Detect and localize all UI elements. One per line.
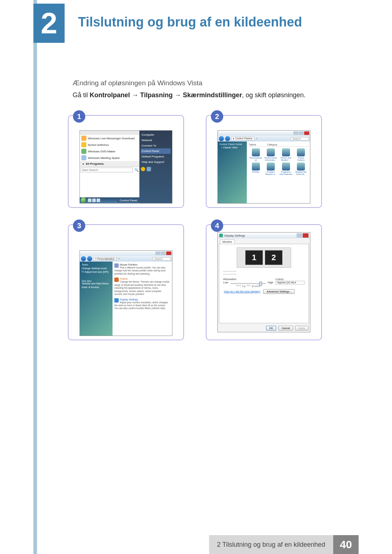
side-link[interactable]: Taskbar and Start Menu [82,282,111,285]
window-title: Display Settings [224,234,245,237]
cp-icon[interactable]: Power Options [294,148,308,161]
quicklaunch[interactable] [88,198,100,202]
search-input[interactable]: Search [291,137,309,140]
minimize-icon[interactable] [297,233,302,238]
search-icon: 🔍 [134,168,139,172]
minimize-icon[interactable] [155,251,160,255]
right-item[interactable]: Default Programs [141,154,171,159]
pers-main: Mouse Pointers Pick a different mouse po… [113,262,172,336]
advanced-settings-button[interactable]: Advanced Settings... [263,289,295,294]
cp-icon[interactable]: Performance Informatio... [264,148,278,161]
tasks-heading: Tasks [82,263,111,266]
apply-button[interactable]: Apply [295,326,309,331]
mouse-section[interactable]: Mouse Pointers Pick a different mouse po… [114,263,170,275]
instruction-text: Gå til Kontrolpanel → Tilpasning → Skærm… [73,91,306,99]
menu-item[interactable]: Windows Live Messenger Download [80,135,139,141]
sec-d: Pick a different mouse pointer. You can … [114,266,170,275]
right-item[interactable]: Computer [141,132,171,138]
cp-icon[interactable]: Phone and Modem ... [279,148,293,161]
forward-icon[interactable] [225,136,230,141]
display-section[interactable]: Display Settings Adjust your monitor res… [114,298,170,310]
screenshot-display-settings: Display Settings Monitor 1 2 ***********… [217,232,310,332]
cp-classic-link[interactable]: • Classic View [221,146,245,149]
ok-button[interactable]: OK [266,326,277,331]
monitor-1[interactable]: 1 [245,250,263,265]
see-also-heading: See also [82,280,111,282]
start-search[interactable]: 🔍 [80,167,139,173]
screenshot-grid: 1 Windows Live Messenger Download Norton… [68,115,322,340]
instr-b2: Tilpasning [140,91,173,99]
right-item-controlpanel[interactable]: Control Panel [141,148,171,154]
cp-icon[interactable]: Personalizati on [249,148,263,161]
best-display-link[interactable]: How do I get the best display? [221,288,263,295]
power-icon[interactable] [141,167,145,171]
lock-icon[interactable] [147,167,151,171]
right-item[interactable]: Help and Support [141,159,171,165]
theme-icon [114,278,119,282]
placeholder-text: *********** [223,271,305,273]
badge-2: 2 [211,110,223,123]
close-icon[interactable] [303,233,309,238]
minimize-icon[interactable] [293,131,298,135]
side-link[interactable]: Change desktop icons [82,267,111,270]
sec-d: Adjust your monitor resolution, which ch… [114,301,170,310]
theme-section[interactable]: Theme Change the theme. Themes can chang… [114,278,170,296]
close-icon[interactable] [166,251,171,255]
back-icon[interactable] [219,136,224,141]
all-programs-label: All Programs [86,162,104,165]
window-titlebar: Display Settings [218,233,310,238]
screenshot-control-panel: ▸ Control Panel ▸ ▾ Search Control Panel… [217,130,310,204]
cp-icon[interactable]: Printers [249,163,263,175]
crumb-arrow: ▸ [251,137,253,140]
breadcrumb[interactable]: ▸ Control Panel ▸ [231,137,254,140]
close-icon[interactable] [304,131,309,135]
cp-icon[interactable]: Problem Reports a... [264,163,278,175]
screenshot-card-2: 2 ▸ Control Panel ▸ ▾ Search Control Pan… [206,115,322,208]
resolution-slider[interactable] [230,281,266,284]
arrow-1: → [130,91,140,99]
nav-bar: ▸ Control Panel ▸ ▾ Search [218,136,310,141]
menu-item[interactable]: Windows Meeting Space [80,155,139,161]
cp-home-link[interactable]: Control Panel Home [219,143,245,145]
monitor-preview[interactable]: 1 2 [237,247,291,268]
search-input[interactable]: Search [153,257,171,260]
taskbar-button[interactable]: Control Panel [118,198,139,202]
forward-icon[interactable] [87,256,92,261]
cp-icon[interactable]: Programs and Features [279,163,293,175]
maximize-icon[interactable] [161,251,166,255]
page-number: 40 [333,535,359,554]
nav-bar: « Personalization ▾ Search [80,256,172,262]
maximize-icon[interactable] [299,131,304,135]
menu-item[interactable]: Norton AntiVirus [80,141,139,148]
back-icon[interactable] [81,256,86,261]
crumb-text: Control Panel [235,137,250,140]
side-link[interactable]: 🛡 Adjust font size (DPI) [82,271,111,273]
all-programs[interactable]: ▸All Programs [80,161,139,167]
menu-label: Norton AntiVirus [88,143,109,147]
crumb-arrow: ▸ [233,137,234,140]
screenshot-card-1: 1 Windows Live Messenger Download Norton… [68,115,184,208]
colors-select[interactable]: Highest (32 bit) ▾ [275,281,305,284]
screenshot-card-3: 3 « Personalization ▾ Search Tasks Chang… [68,224,184,340]
cp-icon-area: NameCategory Personalizati on Performanc… [247,141,310,203]
monitor-2[interactable]: 2 [265,250,282,265]
cp-icon[interactable]: Realtek HD Audio M... [294,163,308,175]
menu-item[interactable]: Windows DVD Maker [80,148,139,155]
right-item[interactable]: Network [141,138,171,143]
tab-bar: Monitor [218,238,310,244]
col-category: Category [267,143,277,146]
taskbar[interactable]: Control Panel [80,197,139,203]
search-input[interactable] [81,168,133,172]
tab-monitor[interactable]: Monitor [220,239,235,244]
breadcrumb[interactable]: « Personalization [93,257,117,260]
screenshot-card-4: 4 Display Settings Monitor 1 2 *********… [206,224,322,340]
cancel-button[interactable]: Cancel [278,326,293,331]
display-icon [219,234,223,237]
side-link[interactable]: Ease of Access [82,286,111,288]
menu-label: Windows Meeting Space [88,156,120,160]
start-orb-icon[interactable] [81,197,86,203]
screenshot-personalization: « Personalization ▾ Search Tasks Change … [79,250,172,336]
colors-label: Colors: [275,278,305,281]
footer-label: 2 Tilslutning og brug af en kildeenhed [209,535,333,554]
right-item[interactable]: Connect To [141,143,171,148]
